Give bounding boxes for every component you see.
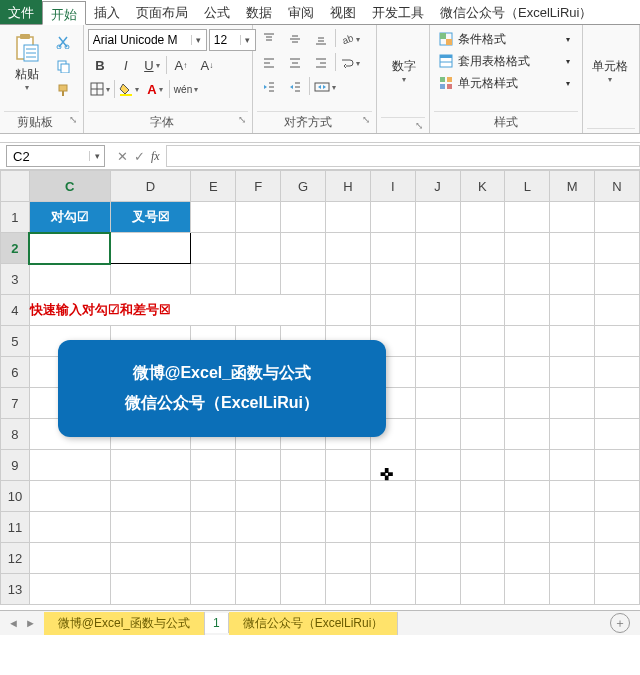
cell-G12[interactable] (281, 543, 326, 574)
menu-tab-data[interactable]: 数据 (238, 0, 280, 24)
cell-K9[interactable] (460, 450, 505, 481)
cell-F9[interactable] (236, 450, 281, 481)
menu-tab-pagelayout[interactable]: 页面布局 (128, 0, 196, 24)
fill-color-button[interactable] (117, 79, 141, 99)
cell-G2[interactable] (281, 233, 326, 264)
cell-C11[interactable] (29, 512, 110, 543)
cell-L4[interactable] (505, 295, 550, 326)
cell-K4[interactable] (460, 295, 505, 326)
menu-tab-formulas[interactable]: 公式 (196, 0, 238, 24)
cell-J3[interactable] (415, 264, 460, 295)
dialog-launcher-icon[interactable]: ⤡ (413, 120, 425, 131)
cell-M3[interactable] (550, 264, 595, 295)
cell-K3[interactable] (460, 264, 505, 295)
cell-C9[interactable] (29, 450, 110, 481)
align-bottom-button[interactable] (309, 29, 333, 49)
cell-L13[interactable] (505, 574, 550, 605)
callout-shape[interactable]: 微博@Excel_函数与公式 微信公众号（ExcelLiRui） (58, 340, 386, 437)
font-name-combo[interactable]: ▾ (88, 29, 207, 51)
cell-K7[interactable] (460, 388, 505, 419)
sheet-next-icon[interactable]: ► (25, 617, 36, 629)
cell-N1[interactable] (595, 202, 640, 233)
cell-G10[interactable] (281, 481, 326, 512)
cell-F3[interactable] (236, 264, 281, 295)
cell-E12[interactable] (191, 543, 236, 574)
cell-N11[interactable] (595, 512, 640, 543)
cell-L3[interactable] (505, 264, 550, 295)
cell-E1[interactable] (191, 202, 236, 233)
cell-M2[interactable] (550, 233, 595, 264)
menu-tab-dev[interactable]: 开发工具 (364, 0, 432, 24)
menu-tab-view[interactable]: 视图 (322, 0, 364, 24)
cut-button[interactable] (52, 31, 74, 53)
row-header-1[interactable]: 1 (1, 202, 30, 233)
conditional-format-button[interactable]: 条件格式▾ (434, 29, 574, 49)
cell-N3[interactable] (595, 264, 640, 295)
row-header-5[interactable]: 5 (1, 326, 30, 357)
decrease-font-button[interactable]: A↓ (195, 55, 219, 75)
cell-N4[interactable] (595, 295, 640, 326)
cell-J12[interactable] (415, 543, 460, 574)
cell-F10[interactable] (236, 481, 281, 512)
border-button[interactable] (88, 79, 112, 99)
cell-C3[interactable] (29, 264, 110, 295)
cell-J6[interactable] (415, 357, 460, 388)
sheet-tab-index[interactable]: 1 (205, 613, 229, 633)
cell-E2[interactable] (191, 233, 236, 264)
name-box[interactable]: ▾ (6, 145, 105, 167)
cell-E9[interactable] (191, 450, 236, 481)
cell-D3[interactable] (110, 264, 191, 295)
cell-K11[interactable] (460, 512, 505, 543)
cell-N5[interactable] (595, 326, 640, 357)
merge-button[interactable] (312, 77, 338, 97)
cell-I1[interactable] (370, 202, 415, 233)
cell-C12[interactable] (29, 543, 110, 574)
cell-J9[interactable] (415, 450, 460, 481)
cell-M10[interactable] (550, 481, 595, 512)
cells-button[interactable]: 单元格 ▾ (587, 27, 633, 97)
cell-E10[interactable] (191, 481, 236, 512)
cell-C10[interactable] (29, 481, 110, 512)
col-header-E[interactable]: E (191, 171, 236, 202)
cell-I13[interactable] (370, 574, 415, 605)
cell-C4[interactable]: 快速输入对勾☑和差号☒ (29, 295, 325, 326)
cell-E11[interactable] (191, 512, 236, 543)
cell-H12[interactable] (325, 543, 370, 574)
cell-J7[interactable] (415, 388, 460, 419)
cell-E3[interactable] (191, 264, 236, 295)
cell-H9[interactable] (325, 450, 370, 481)
sheet-tab-1[interactable]: 微博@Excel_函数与公式 (44, 612, 205, 635)
paste-button[interactable]: 粘贴 ▾ (4, 27, 50, 97)
cell-G13[interactable] (281, 574, 326, 605)
cell-D11[interactable] (110, 512, 191, 543)
cell-L7[interactable] (505, 388, 550, 419)
font-color-button[interactable]: A (143, 79, 167, 99)
cell-K5[interactable] (460, 326, 505, 357)
cell-M11[interactable] (550, 512, 595, 543)
italic-button[interactable]: I (114, 55, 138, 75)
cell-K8[interactable] (460, 419, 505, 450)
align-center-button[interactable] (283, 53, 307, 73)
cell-C1[interactable]: 对勾☑ (29, 202, 110, 233)
cell-F1[interactable] (236, 202, 281, 233)
cell-E13[interactable] (191, 574, 236, 605)
cell-I2[interactable] (370, 233, 415, 264)
cell-H3[interactable] (325, 264, 370, 295)
cell-F2[interactable] (236, 233, 281, 264)
cell-J8[interactable] (415, 419, 460, 450)
cell-J4[interactable] (415, 295, 460, 326)
phonetic-button[interactable]: wén (172, 79, 200, 99)
col-header-M[interactable]: M (550, 171, 595, 202)
formula-bar[interactable] (166, 145, 640, 167)
cell-D1[interactable]: 叉号☒ (110, 202, 191, 233)
cell-D10[interactable] (110, 481, 191, 512)
align-right-button[interactable] (309, 53, 333, 73)
cell-J5[interactable] (415, 326, 460, 357)
cell-I4[interactable] (370, 295, 415, 326)
cell-D9[interactable] (110, 450, 191, 481)
cancel-formula-button[interactable]: ✕ (117, 149, 128, 164)
wrap-text-button[interactable] (338, 53, 362, 73)
cell-K1[interactable] (460, 202, 505, 233)
cell-N9[interactable] (595, 450, 640, 481)
menu-tab-insert[interactable]: 插入 (86, 0, 128, 24)
